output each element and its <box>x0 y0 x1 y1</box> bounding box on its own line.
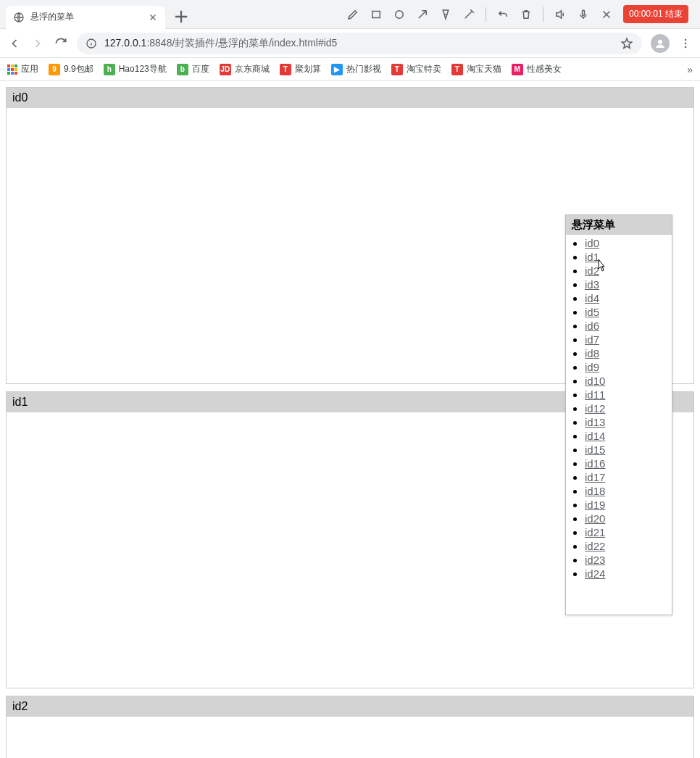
browser-tab[interactable]: 悬浮的菜单 <box>6 6 165 29</box>
float-menu-item: id21 <box>585 525 669 539</box>
pencil-icon[interactable] <box>346 8 359 21</box>
bookmark-item[interactable]: T淘宝特卖 <box>391 63 441 75</box>
bookmark-item[interactable]: T淘宝天猫 <box>451 63 501 75</box>
site-info-icon[interactable] <box>86 38 97 49</box>
svg-point-8 <box>685 46 687 48</box>
float-menu-item: id20 <box>585 512 669 525</box>
float-menu-link[interactable]: id16 <box>585 457 605 470</box>
float-menu-link[interactable]: id20 <box>585 512 605 525</box>
separator <box>543 7 543 22</box>
float-menu-link[interactable]: id3 <box>585 278 599 291</box>
section-body <box>7 717 693 758</box>
arrow-icon[interactable] <box>416 8 429 21</box>
back-button[interactable] <box>7 36 22 51</box>
bookmarks-bar: 应用 99.9包邮hHao123导航b百度JD京东商城T聚划算▶热门影视T淘宝特… <box>0 58 700 81</box>
float-menu-item: id2 <box>585 264 669 278</box>
address-bar-row: 127.0.0.1:8848/封装插件/悬浮的菜单/index.html#id5 <box>0 29 700 58</box>
bookmark-favicon: T <box>280 64 291 75</box>
reload-button[interactable] <box>54 36 68 51</box>
annotation-toolbar: 00:00:01 结束 <box>346 5 694 23</box>
float-menu-link[interactable]: id9 <box>585 361 599 373</box>
undo-icon[interactable] <box>496 8 509 21</box>
apps-label: 应用 <box>21 63 38 75</box>
browser-tab-strip: 悬浮的菜单 00:00:01 结束 <box>0 0 700 29</box>
timer-text: 00:00:01 结束 <box>629 8 683 20</box>
bookmark-label: 性感美女 <box>527 63 562 75</box>
bookmark-star-icon[interactable] <box>620 37 633 50</box>
float-menu-link[interactable]: id13 <box>585 416 605 428</box>
floating-menu-body[interactable]: id0id1id2id3id4id5id6id7id8id9id10id11id… <box>566 235 672 615</box>
float-menu-link[interactable]: id17 <box>585 471 605 483</box>
float-menu-link[interactable]: id5 <box>585 306 599 318</box>
float-menu-link[interactable]: id11 <box>585 388 605 401</box>
float-menu-link[interactable]: id7 <box>585 333 599 346</box>
bookmark-label: 百度 <box>192 63 209 75</box>
float-menu-link[interactable]: id22 <box>585 540 605 552</box>
browser-menu-button[interactable] <box>678 36 693 51</box>
bookmarks-overflow-icon[interactable]: » <box>687 64 693 75</box>
address-bar[interactable]: 127.0.0.1:8848/封装插件/悬浮的菜单/index.html#id5 <box>77 33 642 54</box>
microphone-icon[interactable] <box>577 8 590 21</box>
bookmark-item[interactable]: hHao123导航 <box>104 63 167 75</box>
rectangle-icon[interactable] <box>370 8 383 21</box>
trash-icon[interactable] <box>520 8 533 21</box>
bookmark-item[interactable]: M性感美女 <box>512 63 562 75</box>
forward-button[interactable] <box>30 36 45 51</box>
bookmark-favicon: T <box>391 64 403 75</box>
float-menu-link[interactable]: id24 <box>585 567 605 580</box>
close-icon[interactable] <box>148 12 158 22</box>
float-menu-item: id10 <box>585 374 669 388</box>
section-header: id0 <box>7 88 693 108</box>
float-menu-item: id0 <box>585 236 669 250</box>
float-menu-link[interactable]: id4 <box>585 292 599 304</box>
float-menu-link[interactable]: id19 <box>585 499 605 511</box>
bookmark-item[interactable]: b百度 <box>177 63 209 75</box>
circle-icon[interactable] <box>393 8 406 21</box>
float-menu-item: id15 <box>585 443 669 457</box>
bookmark-label: Hao123导航 <box>119 63 167 75</box>
float-menu-item: id6 <box>585 319 669 333</box>
svg-point-6 <box>685 38 687 41</box>
new-tab-button[interactable] <box>171 7 191 27</box>
bookmark-item[interactable]: T聚划算 <box>280 63 321 75</box>
float-menu-link[interactable]: id10 <box>585 375 605 387</box>
float-menu-link[interactable]: id0 <box>585 237 599 249</box>
bookmark-item[interactable]: 99.9包邮 <box>49 63 93 75</box>
bookmark-item[interactable]: JD京东商城 <box>220 63 270 75</box>
apps-shortcut[interactable]: 应用 <box>7 63 38 75</box>
float-menu-item: id12 <box>585 401 669 415</box>
float-menu-item: id11 <box>585 388 669 401</box>
text-icon[interactable] <box>439 8 452 21</box>
float-menu-link[interactable]: id8 <box>585 347 599 359</box>
bookmark-favicon: h <box>104 64 115 75</box>
bookmark-item[interactable]: ▶热门影视 <box>331 63 381 75</box>
speaker-icon[interactable] <box>554 8 567 21</box>
recording-timer[interactable]: 00:00:01 结束 <box>623 5 688 23</box>
svg-rect-1 <box>372 11 380 17</box>
section-header: id2 <box>7 696 693 717</box>
float-menu-item: id9 <box>585 360 669 374</box>
float-menu-link[interactable]: id14 <box>585 430 605 442</box>
profile-avatar[interactable] <box>651 34 670 53</box>
float-menu-item: id5 <box>585 305 669 319</box>
tab-title: 悬浮的菜单 <box>30 11 142 23</box>
float-menu-link[interactable]: id15 <box>585 443 605 456</box>
sparkle-icon[interactable] <box>462 8 475 21</box>
float-menu-item: id13 <box>585 415 669 429</box>
float-menu-link[interactable]: id23 <box>585 554 605 566</box>
float-menu-item: id22 <box>585 539 669 553</box>
svg-rect-3 <box>582 10 584 16</box>
bookmark-favicon: b <box>177 64 188 75</box>
float-menu-link[interactable]: id1 <box>585 251 599 263</box>
float-menu-link[interactable]: id2 <box>585 265 599 277</box>
bookmark-favicon: JD <box>220 64 231 75</box>
float-menu-item: id23 <box>585 553 669 567</box>
close-tool-icon[interactable] <box>600 8 613 21</box>
float-menu-link[interactable]: id18 <box>585 485 605 497</box>
float-menu-link[interactable]: id21 <box>585 526 605 538</box>
float-menu-link[interactable]: id12 <box>585 402 605 415</box>
bookmark-label: 京东商城 <box>235 63 270 75</box>
float-menu-link[interactable]: id6 <box>585 320 599 332</box>
float-menu-item: id19 <box>585 498 669 512</box>
bookmark-favicon: 9 <box>49 64 60 75</box>
